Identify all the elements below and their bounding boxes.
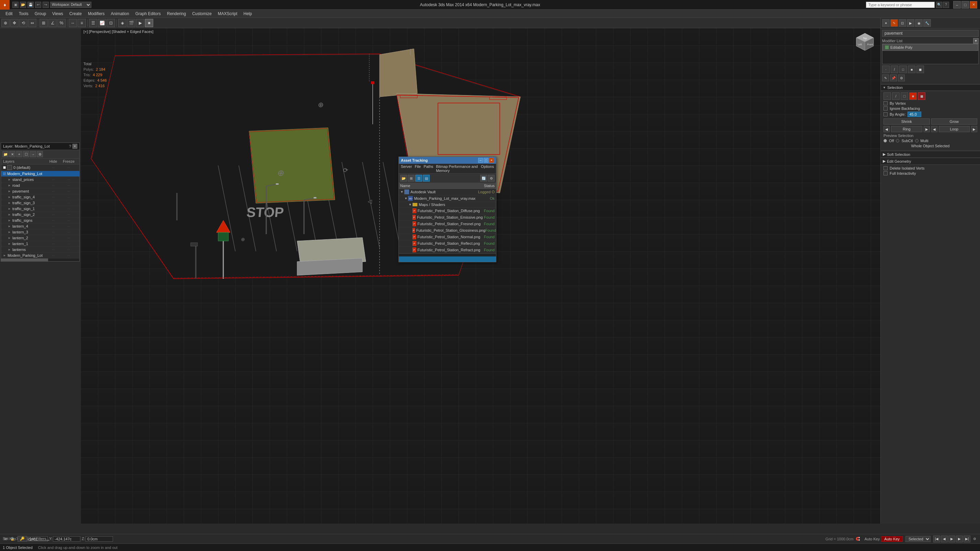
time-config-icon[interactable]: ⚙ [972, 536, 977, 542]
at-grid-btn[interactable]: ⊞ [408, 175, 415, 182]
layer-item-traffic-sign-4[interactable]: ► traffic_sign_4 ··· ··· [1, 194, 80, 200]
tab-motion[interactable]: ▶ [907, 19, 915, 27]
redo-btn[interactable]: ↪ [43, 2, 49, 8]
mirror-tool[interactable]: ↔ [69, 19, 77, 27]
align-tool[interactable]: ≡ [78, 19, 86, 27]
at-minimize-btn[interactable]: – [478, 158, 483, 163]
schematic-view[interactable]: ⊡ [107, 19, 115, 27]
at-row-normal[interactable]: P Futuristic_Petrol_Station_Normal.png F… [399, 234, 496, 240]
ignore-backfacing-checkbox[interactable] [883, 106, 888, 111]
at-list-btn[interactable]: ☰ [415, 175, 422, 182]
at-row-fresnel[interactable]: P Futuristic_Petrol_Station_Fresnel.png … [399, 221, 496, 227]
menu-tools[interactable]: Tools [16, 11, 31, 17]
tab-create[interactable]: ✦ [882, 19, 890, 27]
select-tool[interactable]: ⊕ [2, 19, 10, 27]
loop-prev-arrow[interactable]: ◀ [931, 126, 937, 132]
menu-animation[interactable]: Animation [108, 11, 132, 17]
soft-selection-header[interactable]: ▶ Soft Selection [881, 151, 980, 157]
tab-hierarchy[interactable]: ⊡ [899, 19, 906, 27]
tab-utilities[interactable]: 🔧 [923, 19, 931, 27]
edge-select-icon[interactable]: / [892, 92, 900, 100]
snap-toggle[interactable]: ⊞ [40, 19, 48, 27]
layer-item-traffic-signs[interactable]: ► traffic_signs ··· ··· [1, 218, 80, 224]
layer-item-traffic-sign-1[interactable]: ► traffic_sign_1 ··· ··· [1, 206, 80, 212]
layer-item-lantern-2[interactable]: ► lantern_2 ··· ··· [1, 235, 80, 241]
menu-maxscript[interactable]: MAXScript [215, 11, 240, 17]
preview-multi-radio[interactable] [915, 139, 918, 143]
layers-delete-btn[interactable]: ✕ [9, 151, 16, 157]
stack-edit-btn[interactable]: ✎ [882, 75, 889, 81]
minimize-button[interactable]: – [953, 1, 961, 9]
preview-off-radio[interactable] [883, 139, 887, 143]
at-row-refract[interactable]: P Futuristic_Petrol_Station_Refract.png … [399, 247, 496, 253]
viewport-shading[interactable]: ■ [145, 19, 153, 27]
menu-graph-editors[interactable]: Graph Editors [133, 11, 164, 17]
at-row-reflect[interactable]: P Futuristic_Petrol_Station_Reflect.png … [399, 240, 496, 247]
render-setup[interactable]: 🎬 [127, 19, 135, 27]
layer-item-default[interactable]: 0 (default) ··· ··· [1, 164, 80, 171]
at-row-emissive[interactable]: P Futuristic_Petrol_Station_Emissive.png… [399, 214, 496, 221]
close-button[interactable]: ✕ [970, 1, 977, 9]
layer-item-modern-parking-lot[interactable]: Modern_Parking_Lot ··· ··· [1, 171, 80, 177]
set-key-button[interactable]: 🔑 [18, 536, 27, 542]
by-vertex-checkbox[interactable] [883, 101, 888, 105]
subobj-polygon[interactable]: ■ [908, 65, 915, 73]
new-btn[interactable]: ▣ [13, 2, 19, 8]
menu-help[interactable]: Help [241, 11, 255, 17]
layer-item-traffic-sign-3[interactable]: ► traffic_sign_3 ··· ··· [1, 200, 80, 206]
layers-options-btn[interactable]: ⚙ [37, 151, 43, 157]
layer-item-lanterns[interactable]: ► lanterns ··· ··· [1, 247, 80, 252]
layer-manager[interactable]: ☰ [89, 19, 97, 27]
layer-item-lantern-4[interactable]: ► lantern_4 ··· ··· [1, 224, 80, 229]
mini-prev-frame[interactable]: ◀ [941, 535, 948, 542]
loop-button[interactable]: Loop [939, 126, 970, 132]
layers-add-btn[interactable]: + [16, 151, 22, 157]
y-coord-input[interactable] [53, 536, 80, 542]
at-row-mpl-file[interactable]: ▼ 3D Modern_Parking_Lot_max_vray.max Ok [399, 195, 496, 202]
selected-dropdown[interactable]: Selected [905, 536, 931, 542]
shrink-button[interactable]: Shrink [883, 118, 930, 125]
edit-geometry-header[interactable]: ▶ Edit Geometry [881, 157, 980, 164]
auto-key-button[interactable]: Auto Key [881, 536, 903, 542]
by-angle-checkbox[interactable] [883, 112, 888, 116]
grow-button[interactable]: Grow [931, 118, 978, 125]
at-close-btn[interactable]: ✕ [489, 158, 494, 163]
undo-btn[interactable]: ↩ [35, 2, 41, 8]
ring-button[interactable]: Ring [891, 126, 922, 132]
ring-prev-arrow[interactable]: ◀ [883, 126, 890, 132]
subobj-vertex[interactable]: · [882, 65, 890, 73]
save-btn[interactable]: 💾 [27, 2, 33, 8]
at-menu-paths[interactable]: Paths [423, 164, 433, 173]
menu-rendering[interactable]: Rendering [164, 11, 189, 17]
preview-subcity-radio[interactable] [896, 139, 899, 143]
selection-section-header[interactable]: ▼ Selection [881, 84, 980, 91]
subobj-border[interactable]: □ [899, 65, 907, 73]
at-menu-bitmap-perf[interactable]: Bitmap Performance and Memory [436, 164, 478, 173]
at-browse-btn[interactable]: 📂 [400, 175, 407, 182]
at-menu-server[interactable]: Server [401, 164, 412, 173]
layers-new-btn[interactable]: 📁 [2, 151, 9, 157]
layer-item-pavement[interactable]: ► pavement ··· ··· [1, 189, 80, 194]
at-detail-btn[interactable]: ▤ [423, 175, 430, 182]
menu-views[interactable]: Views [49, 11, 66, 17]
key-filters-link[interactable]: Key Filters... [29, 537, 49, 541]
help-icon[interactable]: ? [943, 2, 949, 8]
border-select-icon[interactable]: □ [900, 92, 908, 100]
search-input[interactable] [866, 2, 935, 8]
tab-display[interactable]: ◉ [915, 19, 923, 27]
workspace-selector[interactable]: Workspace: Default [50, 2, 91, 8]
snap-icon[interactable]: 🧲 [855, 536, 861, 542]
subobj-element[interactable]: ◼ [916, 65, 924, 73]
at-menu-options[interactable]: Options [481, 164, 494, 173]
search-icon[interactable]: 🔍 [936, 2, 942, 8]
at-refresh-btn[interactable]: 🔄 [480, 175, 487, 182]
at-row-diffuse[interactable]: P Futuristic_Petrol_Station_Diffuse.png … [399, 208, 496, 214]
layers-help-btn[interactable]: ? [69, 144, 71, 148]
menu-customize[interactable]: Customize [189, 11, 214, 17]
stack-config-btn[interactable]: ⚙ [898, 75, 905, 81]
at-row-vault[interactable]: ▼ Autodesk Vault Logged O [399, 189, 496, 195]
at-settings-btn[interactable]: ⚙ [488, 175, 495, 182]
element-select-icon[interactable]: ◼ [918, 92, 925, 100]
loop-next-arrow[interactable]: ▶ [971, 126, 977, 132]
subobj-edge[interactable]: / [891, 65, 898, 73]
